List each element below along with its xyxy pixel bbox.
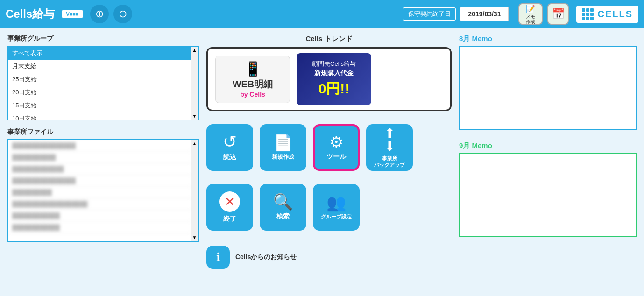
app-title: Cells給与 [6,7,55,21]
phone-icon: 📱 [224,61,281,77]
file-scroll-up-icon[interactable]: ▲ [192,141,197,146]
right-panel: 8月 Memo 9月 Memo [459,35,637,269]
file-listbox[interactable]: ████████████████ ███████████ ███████████… [7,139,199,242]
file-scrollbar[interactable]: ▲ ▼ [191,140,198,241]
scroll-down-icon[interactable]: ▼ [192,113,197,119]
group-setting-button[interactable]: 👥 グループ設定 [313,184,360,231]
cells-grid-icon [582,8,594,20]
yomikomi-button[interactable]: ↺ 読込 [206,124,253,171]
cells-info-section: ℹ Cellsからのお知らせ [206,246,452,269]
search-label: 検索 [276,212,290,221]
memo9-area[interactable] [459,153,637,237]
calendar-icon: 📅 [552,8,565,20]
zoom-in-icon: ⊕ [95,8,104,20]
memo-icon: 📝 [526,4,535,13]
info-icon: ℹ [216,251,220,264]
group-setting-label: グループ設定 [321,213,352,220]
group-listbox[interactable]: すべて表示 月末支給 25日支給 20日支給 15日支給 10日支給 ▲ ▼ [7,46,199,120]
calendar-button[interactable]: 📅 [547,3,569,25]
info-icon-button[interactable]: ℹ [206,246,230,269]
left-panel: 事業所グループ すべて表示 月末支給 25日支給 20日支給 15日支給 10日… [7,35,199,269]
file-list-inner: ████████████████ ███████████ ███████████… [8,140,191,241]
trend-section: Cells トレンド 📱 WEB明細 by Cells 顧問先Cells給与 新… [206,35,452,118]
scroll-up-icon[interactable]: ▲ [192,48,197,53]
contract-label: 保守契約終了日 [403,7,456,21]
zoom-in-button[interactable]: ⊕ [90,5,109,23]
web-meisai-title: WEB明細 [224,78,281,91]
file-item[interactable]: ███████████ [8,152,191,163]
group-title: 事業所グループ [7,35,199,43]
magnifier-icon: 🔍 [273,194,293,210]
file-scroll-down-icon[interactable]: ▼ [192,235,197,240]
memo8-title: 8月 Memo [459,35,637,43]
search-button[interactable]: 🔍 検索 [260,184,306,231]
cells-logo: CELLS [576,6,638,23]
main-content: 事業所グループ すべて表示 月末支給 25日支給 20日支給 15日支給 10日… [0,28,644,275]
file-item[interactable]: █████████████ [8,163,191,175]
file-item[interactable]: ████████████████ [8,140,191,152]
memo9-title: 9月 Memo [459,141,637,150]
tool-button[interactable]: ⚙ ツール [313,124,360,171]
zoom-out-icon: ⊖ [119,8,127,20]
terminate-button[interactable]: ✕ 終了 [206,184,253,231]
group-list-inner: すべて表示 月末支給 25日支給 20日支給 15日支給 10日支給 [8,47,191,120]
refresh-icon: ↺ [223,134,237,150]
x-circle-icon: ✕ [219,191,240,212]
info-title: Cellsからのお知らせ [235,253,297,261]
backup-label: 事業所バックアップ [374,155,405,169]
memo9-section: 9月 Memo [459,141,637,239]
action-buttons-row2: ✕ 終了 🔍 検索 👥 グループ設定 [206,184,452,231]
list-item[interactable]: 25日支給 [8,73,191,86]
cells-logo-text: CELLS [597,9,633,20]
tool-label: ツール [326,153,346,161]
backup-button[interactable]: ⬆⬇ 事業所バックアップ [366,124,413,171]
trend-banner: 📱 WEB明細 by Cells 顧問先Cells給与 新規購入代金 0円!! [206,47,452,111]
list-item[interactable]: 20日支給 [8,86,191,99]
shinki-button[interactable]: 📄 新規作成 [260,124,306,171]
center-panel: Cells トレンド 📱 WEB明細 by Cells 顧問先Cells給与 新… [206,35,452,269]
web-meisai-box: 📱 WEB明細 by Cells [215,56,290,103]
promo-line2: 新規購入代金 [306,69,362,78]
list-item[interactable]: 15日支給 [8,99,191,112]
list-item[interactable]: すべて表示 [8,47,191,60]
header: Cells給与 V■■■ ⊕ ⊖ 保守契約終了日 2019/03/31 📝 メモ… [0,0,644,28]
contract-area: 保守契約終了日 2019/03/31 [403,7,509,21]
yomikomi-label: 読込 [223,153,236,162]
version-badge: V■■■ [62,10,82,18]
zoom-out-button[interactable]: ⊖ [113,5,132,23]
list-item[interactable]: 10日支給 [8,112,191,120]
memo-label: メモ作成 [526,14,535,24]
group-scrollbar[interactable]: ▲ ▼ [191,47,198,120]
list-item[interactable]: 月末支給 [8,60,191,73]
document-icon: 📄 [273,134,293,150]
group-icon: 👥 [326,195,346,211]
web-meisai-sub: by Cells [224,91,281,98]
memo8-section: 8月 Memo [459,35,637,132]
file-title: 事業所ファイル [7,128,199,136]
trend-title: Cells トレンド [206,35,452,43]
promo-line1: 顧問先Cells給与 [306,60,362,68]
backup-icon: ⬆⬇ [384,127,395,153]
file-item[interactable]: ███████████████████ [8,198,191,210]
terminate-label: 終了 [223,215,236,223]
memo-create-button[interactable]: 📝 メモ作成 [518,3,543,25]
promo-box: 顧問先Cells給与 新規購入代金 0円!! [297,53,371,105]
gear-icon: ⚙ [329,134,343,150]
file-item[interactable]: ████████████ [8,210,191,222]
file-item[interactable]: ████████████████ [8,175,191,187]
memo8-area[interactable] [459,46,637,130]
action-buttons-row1: ↺ 読込 📄 新規作成 ⚙ ツール ⬆⬇ 事業所バックアップ [206,124,452,171]
shinki-label: 新規作成 [272,153,294,161]
file-item[interactable]: ████████████ [8,222,191,233]
file-item[interactable]: ██████████ [8,187,191,198]
promo-price: 0円!! [306,79,362,99]
contract-date: 2019/03/31 [460,7,509,21]
